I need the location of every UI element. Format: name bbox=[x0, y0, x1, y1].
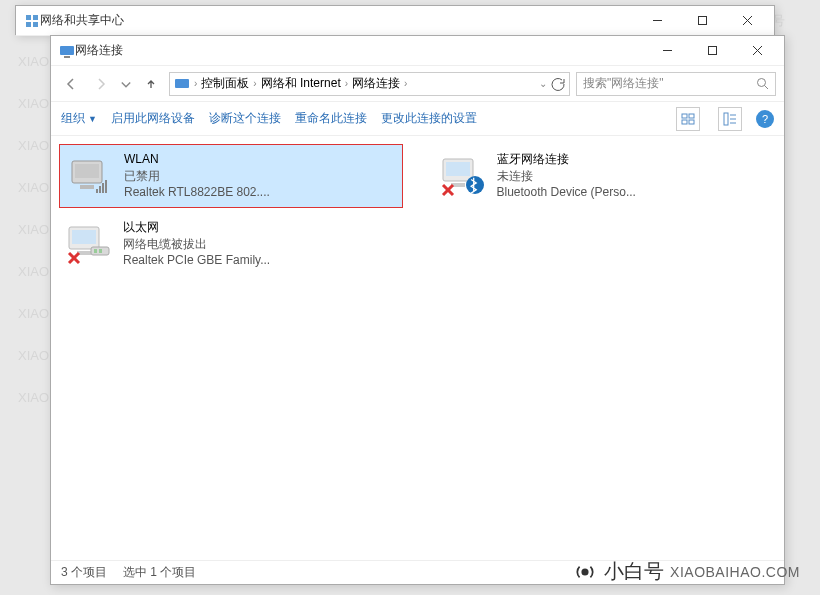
svg-rect-19 bbox=[689, 114, 694, 118]
change-settings-button[interactable]: 更改此连接的设置 bbox=[381, 110, 477, 127]
svg-rect-43 bbox=[94, 249, 97, 253]
logo-name: 小白号 bbox=[604, 558, 664, 585]
svg-rect-4 bbox=[33, 22, 38, 27]
svg-rect-30 bbox=[99, 186, 101, 193]
logo-url: XIAOBAIHAO.COM bbox=[670, 564, 800, 580]
svg-rect-34 bbox=[446, 162, 470, 176]
rename-button[interactable]: 重命名此连接 bbox=[295, 110, 367, 127]
svg-rect-9 bbox=[60, 46, 74, 55]
crumb-0[interactable]: 控制面板 bbox=[201, 75, 249, 92]
window-title: 网络连接 bbox=[75, 42, 645, 59]
network-center-icon bbox=[24, 13, 40, 29]
network-connections-icon bbox=[59, 43, 75, 59]
svg-rect-28 bbox=[80, 185, 94, 189]
svg-rect-44 bbox=[99, 249, 102, 253]
ethernet-icon bbox=[65, 223, 113, 265]
breadcrumb[interactable]: › 控制面板› 网络和 Internet› 网络连接› ⌄ bbox=[169, 72, 570, 96]
svg-rect-21 bbox=[689, 120, 694, 124]
minimize-button[interactable] bbox=[635, 7, 680, 35]
search-icon bbox=[756, 77, 769, 90]
connection-name: 蓝牙网络连接 bbox=[497, 151, 636, 168]
svg-rect-1 bbox=[26, 15, 31, 20]
address-bar: › 控制面板› 网络和 Internet› 网络连接› ⌄ 搜索"网络连接" bbox=[51, 66, 784, 102]
up-button[interactable] bbox=[139, 72, 163, 96]
search-input[interactable]: 搜索"网络连接" bbox=[576, 72, 776, 96]
connection-status: 网络电缆被拔出 bbox=[123, 236, 270, 253]
network-connections-icon bbox=[174, 76, 190, 92]
background-window: 网络和共享中心 bbox=[15, 5, 775, 35]
svg-rect-3 bbox=[26, 22, 31, 27]
wlan-icon bbox=[66, 155, 114, 197]
svg-rect-15 bbox=[175, 79, 189, 88]
organize-menu[interactable]: 组织 ▼ bbox=[61, 110, 97, 127]
search-placeholder: 搜索"网络连接" bbox=[583, 75, 756, 92]
maximize-button[interactable] bbox=[680, 7, 725, 35]
refresh-icon[interactable] bbox=[551, 77, 565, 91]
connection-ethernet[interactable]: 以太网 网络电缆被拔出 Realtek PCIe GBE Family... bbox=[59, 212, 403, 276]
svg-rect-31 bbox=[102, 183, 104, 193]
view-tiles-button[interactable] bbox=[676, 107, 700, 131]
bluetooth-icon bbox=[439, 155, 487, 197]
selected-count: 选中 1 个项目 bbox=[123, 564, 196, 581]
connection-name: 以太网 bbox=[123, 219, 270, 236]
connection-device: Realtek RTL8822BE 802.... bbox=[124, 184, 270, 201]
recent-dropdown[interactable] bbox=[119, 72, 133, 96]
back-window-title: 网络和共享中心 bbox=[40, 12, 635, 29]
connection-wlan[interactable]: WLAN 已禁用 Realtek RTL8822BE 802.... bbox=[59, 144, 403, 208]
network-connections-window: 网络连接 › 控制面板› 网络和 Internet› 网络连接› ⌄ 搜索"网络… bbox=[50, 35, 785, 585]
connections-grid: WLAN 已禁用 Realtek RTL8822BE 802.... 蓝牙网络连… bbox=[51, 136, 784, 560]
svg-rect-32 bbox=[105, 180, 107, 193]
svg-rect-6 bbox=[699, 17, 707, 25]
svg-rect-22 bbox=[724, 113, 728, 125]
svg-rect-20 bbox=[682, 120, 687, 124]
svg-rect-40 bbox=[72, 230, 96, 244]
enable-device-button[interactable]: 启用此网络设备 bbox=[111, 110, 195, 127]
crumb-1[interactable]: 网络和 Internet bbox=[261, 75, 341, 92]
page-watermark-logo: 小白号 XIAOBAIHAO.COM bbox=[572, 558, 800, 585]
maximize-button[interactable] bbox=[690, 37, 735, 65]
svg-rect-2 bbox=[33, 15, 38, 20]
forward-button[interactable] bbox=[89, 72, 113, 96]
item-count: 3 个项目 bbox=[61, 564, 107, 581]
connection-status: 已禁用 bbox=[124, 168, 270, 185]
close-button[interactable] bbox=[725, 7, 770, 35]
titlebar[interactable]: 网络连接 bbox=[51, 36, 784, 66]
minimize-button[interactable] bbox=[645, 37, 690, 65]
back-button[interactable] bbox=[59, 72, 83, 96]
connection-status: 未连接 bbox=[497, 168, 636, 185]
help-button[interactable]: ? bbox=[756, 110, 774, 128]
connection-bluetooth[interactable]: 蓝牙网络连接 未连接 Bluetooth Device (Perso... bbox=[433, 144, 777, 208]
close-button[interactable] bbox=[735, 37, 780, 65]
svg-rect-18 bbox=[682, 114, 687, 118]
svg-rect-29 bbox=[96, 189, 98, 193]
svg-rect-27 bbox=[75, 164, 99, 178]
chevron-down-icon[interactable]: ⌄ bbox=[539, 78, 547, 89]
view-details-button[interactable] bbox=[718, 107, 742, 131]
connection-device: Bluetooth Device (Perso... bbox=[497, 184, 636, 201]
diagnose-button[interactable]: 诊断这个连接 bbox=[209, 110, 281, 127]
svg-rect-10 bbox=[64, 56, 70, 58]
svg-point-38 bbox=[466, 176, 484, 194]
connection-device: Realtek PCIe GBE Family... bbox=[123, 252, 270, 269]
connection-name: WLAN bbox=[124, 151, 270, 168]
svg-line-17 bbox=[765, 86, 769, 90]
svg-rect-12 bbox=[709, 47, 717, 55]
crumb-2[interactable]: 网络连接 bbox=[352, 75, 400, 92]
svg-point-0 bbox=[582, 569, 587, 574]
toolbar: 组织 ▼ 启用此网络设备 诊断这个连接 重命名此连接 更改此连接的设置 ? bbox=[51, 102, 784, 136]
svg-point-16 bbox=[758, 79, 766, 87]
